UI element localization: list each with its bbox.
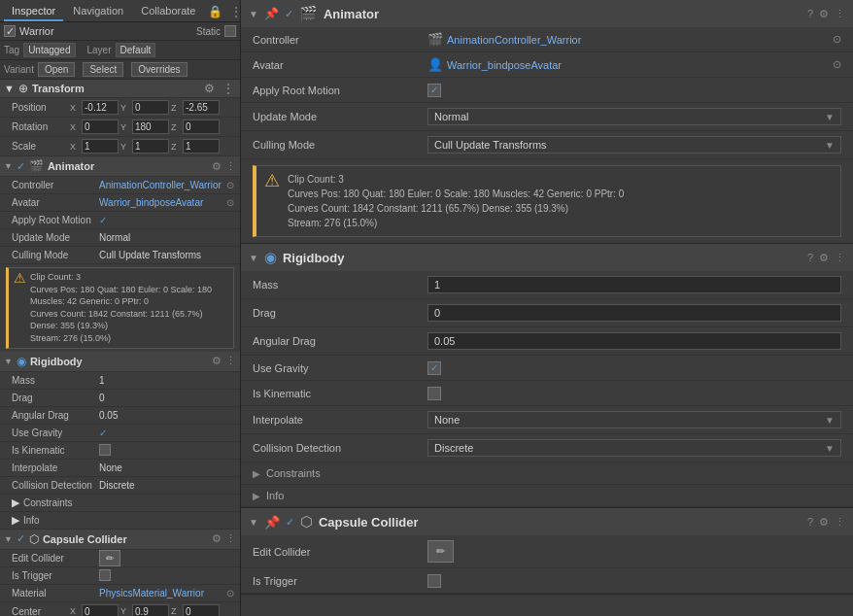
rigidbody-settings-icon-right[interactable]: ⚙ <box>819 252 829 264</box>
top-tabs: Inspector Navigation Collaborate 🔒 ⋮ <box>0 0 240 22</box>
animator-controller-link-left[interactable]: ⊙ <box>226 180 234 190</box>
animator-more-icon[interactable]: ⋮ <box>225 160 236 173</box>
animator-check-right[interactable]: ✓ <box>285 8 293 20</box>
r-animator-arm-check[interactable]: ✓ <box>427 84 441 97</box>
transform-section-header[interactable]: ▼ ⊕ Transform ⚙ ⋮ <box>0 80 240 98</box>
rb-iskin-check-left[interactable] <box>99 444 111 456</box>
transform-settings-icon[interactable]: ⚙ <box>202 82 217 95</box>
r-animator-avatar-link[interactable]: ⊙ <box>833 58 841 71</box>
animator-controller-value-left[interactable]: AnimationController_Warrior <box>99 180 226 190</box>
rb-interp-value-left[interactable]: None <box>99 462 234 473</box>
r-rb-drag-input[interactable] <box>427 304 841 322</box>
layer-value[interactable]: Default <box>116 43 156 57</box>
r-rb-info-row[interactable]: ▶ Info <box>241 485 853 507</box>
capsule-more-icon-right[interactable]: ⋮ <box>835 516 845 529</box>
r-rb-constraints-row[interactable]: ▶ Constraints <box>241 462 853 485</box>
animator-avatar-link-left[interactable]: ⊙ <box>226 197 234 208</box>
rb-mass-label-left: Mass <box>12 375 99 386</box>
pos-x-input[interactable] <box>82 100 119 115</box>
select-button[interactable]: Select <box>83 62 123 77</box>
animator-settings-icon-right[interactable]: ⚙ <box>819 8 829 20</box>
animator-check-left[interactable]: ✓ <box>17 160 25 173</box>
capsule-section-header-left[interactable]: ▼ ✓ ⬡ Capsule Collider ⚙ ⋮ <box>0 530 240 550</box>
rb-usegrav-row-left: Use Gravity ✓ <box>0 425 240 442</box>
cap-istrigger-label-left: Is Trigger <box>12 570 99 581</box>
cap-material-value-left[interactable]: PhysicsMaterial_Warrior <box>99 588 226 599</box>
r-rb-colldet-select[interactable]: Discrete ▼ <box>427 439 841 457</box>
transform-more-icon[interactable]: ⋮ <box>221 82 236 95</box>
r-rb-usegrav-check[interactable]: ✓ <box>427 361 441 375</box>
capsule-settings-icon-right[interactable]: ⚙ <box>819 516 829 529</box>
animator-section-header-left[interactable]: ▼ ✓ 🎬 Animator ⚙ ⋮ <box>0 156 240 177</box>
cap-editcoll-btn-left[interactable]: ✏ <box>99 550 120 566</box>
cap-cy-input[interactable] <box>132 604 169 616</box>
animator-section-header-right[interactable]: ▼ 📌 ✓ 🎬 Animator ? ⚙ ⋮ <box>241 0 853 27</box>
rigidbody-section-header-left[interactable]: ▼ ◉ Rigidbody ⚙ ⋮ <box>0 352 240 372</box>
scl-z-input[interactable] <box>183 139 220 154</box>
rot-x-input[interactable] <box>82 120 119 134</box>
r-cap-editcoll-icon: ✏ <box>436 545 445 558</box>
rb-constraints-row-left[interactable]: ▶ Constraints <box>0 495 240 512</box>
cap-istrigger-check-left[interactable] <box>99 569 111 581</box>
rigidbody-more-icon-right[interactable]: ⋮ <box>835 252 845 264</box>
rigidbody-help-icon[interactable]: ? <box>807 252 813 263</box>
rot-y-input[interactable] <box>132 120 169 134</box>
r-rb-usegrav-label: Use Gravity <box>253 362 427 374</box>
cap-cx-input[interactable] <box>82 604 119 616</box>
animator-arm-check-left[interactable]: ✓ <box>99 215 107 225</box>
rigidbody-more-icon[interactable]: ⋮ <box>225 355 236 367</box>
r-animator-update-select[interactable]: Normal ▼ <box>427 108 841 125</box>
overrides-button[interactable]: Overrides <box>131 62 187 77</box>
r-rb-interp-select[interactable]: None ▼ <box>427 411 841 428</box>
cap-cz-label: Z <box>171 606 181 616</box>
pos-x-label: X <box>70 103 80 113</box>
r-rb-interp-row: Interpolate None ▼ <box>241 406 853 434</box>
animator-help-icon[interactable]: ? <box>807 8 813 19</box>
r-animator-avatar-value-wrap: 👤 Warrior_bindposeAvatar ⊙ <box>427 57 841 72</box>
r-animator-culling-select[interactable]: Cull Update Transforms ▼ <box>427 136 841 154</box>
r-animator-avatar-value[interactable]: Warrior_bindposeAvatar <box>447 59 829 71</box>
tab-inspector[interactable]: Inspector <box>4 2 63 21</box>
cap-material-link-left[interactable]: ⊙ <box>226 588 234 599</box>
capsule-help-icon[interactable]: ? <box>807 516 813 528</box>
capsule-section-header-right[interactable]: ▼ 📌 ✓ ⬡ Capsule Collider ? ⚙ ⋮ <box>241 508 853 535</box>
rot-z-input[interactable] <box>183 120 220 134</box>
r-animator-controller-value[interactable]: AnimationController_Warrior <box>447 34 829 46</box>
warrior-active-checkbox[interactable]: ✓ <box>4 25 16 37</box>
r-animator-culling-row: Culling Mode Cull Update Transforms ▼ <box>241 131 853 159</box>
animator-more-icon-right[interactable]: ⋮ <box>835 8 845 20</box>
tag-value[interactable]: Untagged <box>23 43 75 57</box>
pos-y-input[interactable] <box>132 100 169 115</box>
r-cap-editcoll-btn[interactable]: ✏ <box>427 540 454 563</box>
cap-cz-input[interactable] <box>183 604 220 616</box>
rigidbody-section-header-right[interactable]: ▼ ◉ Rigidbody ? ⚙ ⋮ <box>241 244 853 271</box>
r-rb-drag-row: Drag <box>241 299 853 327</box>
rb-info-row-left[interactable]: ▶ Info <box>0 512 240 530</box>
rigidbody-settings-icon[interactable]: ⚙ <box>212 355 222 367</box>
scl-y-input[interactable] <box>132 139 169 154</box>
r-rb-angdrag-input[interactable] <box>427 332 841 350</box>
capsule-check-left[interactable]: ✓ <box>17 532 25 545</box>
r-cap-istrigger-check[interactable] <box>427 574 441 588</box>
more-icon[interactable]: ⋮ <box>228 5 242 18</box>
animator-avatar-value-left[interactable]: Warrior_bindposeAvatar <box>99 197 226 208</box>
r-rb-iskin-check[interactable] <box>427 387 441 400</box>
open-button[interactable]: Open <box>38 62 75 77</box>
tab-navigation[interactable]: Navigation <box>65 2 131 21</box>
capsule-more-icon[interactable]: ⋮ <box>225 532 236 545</box>
rb-constraints-label-left: Constraints <box>23 497 111 508</box>
rb-usegrav-check-left[interactable]: ✓ <box>99 428 107 438</box>
lock-icon[interactable]: 🔒 <box>206 5 224 18</box>
rb-colldet-value-left[interactable]: Discrete <box>99 480 234 491</box>
animator-settings-icon[interactable]: ⚙ <box>212 160 222 173</box>
r-animator-controller-link[interactable]: ⊙ <box>833 33 841 46</box>
tab-collaborate[interactable]: Collaborate <box>133 2 203 21</box>
capsule-settings-icon[interactable]: ⚙ <box>212 532 222 545</box>
animator-pin-icon: 📌 <box>264 7 279 20</box>
scl-x-input[interactable] <box>82 139 119 154</box>
pos-z-input[interactable] <box>183 100 220 115</box>
r-rb-mass-input[interactable] <box>427 276 841 293</box>
capsule-check-right[interactable]: ✓ <box>286 516 294 529</box>
static-checkbox[interactable] <box>224 25 236 37</box>
animator-culling-value-left[interactable]: Cull Update Transforms <box>99 250 234 260</box>
